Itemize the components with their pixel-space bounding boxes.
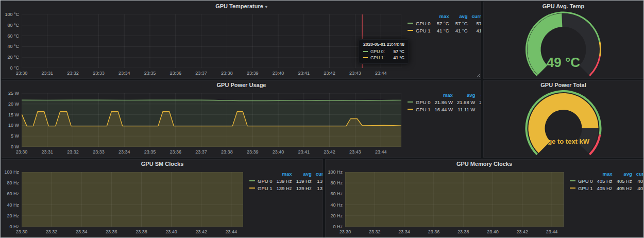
y-axis-tick-label: 20 W: [2, 101, 19, 107]
panel-title-gpu-temperature[interactable]: GPU Temperature▾: [2, 2, 481, 11]
panel-title-text: GPU Avg. Temp: [543, 3, 585, 9]
legend-header-spacer: [403, 12, 431, 20]
x-axis-tick-label: 23:44: [370, 71, 391, 76]
legend-table: maxavgcurrentGPU 0405 Hz405 Hz405 HzGPU …: [566, 170, 643, 192]
x-axis-tick-label: 23:30: [11, 149, 32, 155]
x-axis-tick-label: 23:33: [88, 149, 109, 155]
legend-header-current[interactable]: current: [632, 170, 643, 177]
series-color-swatch-icon: [363, 57, 368, 58]
legend-series-name[interactable]: GPU 0: [403, 98, 431, 106]
memory-clocks-time-series-chart[interactable]: 100 Hz80 Hz60 Hz40 Hz20 Hz0 Hz23:3023:32…: [326, 169, 566, 237]
x-axis-tick-label: 23:35: [140, 149, 160, 155]
y-axis-tick-label: 80 Hz: [2, 180, 19, 185]
x-axis-tick-label: 23:37: [191, 149, 212, 155]
legend-value: 57 °C: [431, 20, 449, 27]
panel-gpu-temperature: GPU Temperature▾ 100 °C80 °C60 °C40 °C20…: [2, 2, 481, 79]
legend-header-avg[interactable]: avg: [292, 170, 312, 177]
y-axis-tick-label: 10 W: [2, 123, 19, 128]
legend-series-name[interactable]: GPU 1: [245, 184, 273, 192]
y-axis-tick-label: 0 °C: [2, 65, 19, 71]
legend-value: 41 °C: [468, 27, 481, 34]
legend-series-name[interactable]: GPU 0: [245, 177, 273, 184]
panel-title-gpu-power-usage[interactable]: GPU Power Usage: [2, 81, 481, 90]
grafana-dashboard: GPU Temperature▾ 100 °C80 °C60 °C40 °C20…: [0, 0, 644, 238]
panel-title-text: GPU Power Usage: [217, 82, 266, 88]
panel-title-text: GPU Temperature: [215, 3, 263, 9]
legend-header-avg[interactable]: avg: [453, 91, 475, 98]
series-color-swatch-icon: [408, 23, 413, 24]
panel-menu-caret-icon[interactable]: ▾: [265, 5, 267, 9]
legend-header-current[interactable]: current: [475, 91, 481, 98]
panel-title-gpu-sm-clocks[interactable]: GPU SM Clocks: [2, 160, 323, 169]
legend-header-current[interactable]: current: [468, 12, 481, 20]
legend-value: 11.11 W: [453, 106, 475, 113]
legend-value: 57 °C: [468, 20, 481, 27]
y-axis-tick-label: 60 Hz: [2, 191, 19, 196]
y-axis-tick-label: 20 °C: [2, 55, 19, 60]
legend-table: maxavgcurrentGPU 057 °C57 °C57 °CGPU 141…: [403, 12, 481, 34]
power-legend: maxavgcurrentGPU 021.86 W21.68 W21.77 WG…: [403, 90, 481, 157]
legend-row: GPU 0139 Hz139 Hz139 Hz: [245, 177, 323, 184]
legend-header-max[interactable]: max: [431, 91, 453, 98]
x-axis-tick-label: 23:42: [319, 149, 340, 155]
tooltip-series-value: 41 °C: [394, 55, 404, 61]
sm-clocks-time-series-chart[interactable]: 100 Hz80 Hz60 Hz40 Hz20 Hz0 Hz23:3023:32…: [2, 169, 245, 237]
series-color-swatch-icon: [570, 180, 575, 181]
panel-title-gpu-power-total[interactable]: GPU Power Total: [484, 81, 643, 90]
legend-value: 139 Hz: [292, 177, 312, 184]
legend-series-name[interactable]: GPU 0: [403, 20, 431, 27]
legend-header-avg[interactable]: avg: [613, 170, 632, 177]
legend-header-avg[interactable]: avg: [449, 12, 468, 20]
series-color-swatch-icon: [408, 30, 413, 31]
memory-clocks-legend: maxavgcurrentGPU 0405 Hz405 Hz405 HzGPU …: [566, 169, 643, 237]
legend-series-name[interactable]: GPU 1: [403, 27, 431, 34]
panel-title-text: GPU SM Clocks: [141, 161, 184, 167]
x-axis-tick-label: 23:37: [191, 71, 212, 76]
y-axis-tick-label: 0 Hz: [2, 224, 19, 229]
x-axis-tick-label: 23:36: [101, 229, 122, 234]
panel-gpu-avg-temp: GPU Avg. Temp 49 °C: [483, 2, 643, 79]
temperature-time-series-chart[interactable]: 100 °C80 °C60 °C40 °C20 °C0 °C23:3023:31…: [2, 11, 403, 78]
tooltip-series-name: GPU 1:: [370, 55, 385, 61]
y-axis-tick-label: 40 Hz: [2, 202, 19, 208]
y-axis-tick-label: 5 W: [2, 133, 19, 139]
legend-series-name[interactable]: GPU 1: [403, 106, 431, 113]
plot-area: [345, 172, 564, 227]
legend-value: 405 Hz: [593, 184, 613, 192]
legend-header-current[interactable]: current: [312, 170, 323, 177]
legend-value: 405 Hz: [613, 177, 632, 184]
x-axis-tick-label: 23:35: [140, 71, 160, 76]
panel-title-gpu-avg-temp[interactable]: GPU Avg. Temp: [484, 2, 643, 11]
y-axis-tick-label: 15 W: [2, 112, 19, 117]
legend-value: 405 Hz: [613, 184, 632, 192]
legend-header-spacer: [403, 91, 431, 98]
x-axis-tick-label: 23:32: [63, 71, 83, 76]
panel-title-gpu-memory-clocks[interactable]: GPU Memory Clocks: [326, 160, 643, 169]
x-axis-tick-label: 23:34: [394, 229, 415, 234]
series-color-swatch-icon: [363, 51, 368, 52]
legend-header-max[interactable]: max: [593, 170, 613, 177]
x-axis-tick-label: 23:44: [221, 229, 242, 234]
x-axis-tick-label: 23:42: [191, 229, 212, 234]
x-axis-tick-label: 23:33: [88, 71, 109, 76]
x-axis-tick-label: 23:34: [71, 229, 92, 234]
x-axis-tick-label: 23:41: [294, 149, 314, 155]
legend-series-name[interactable]: GPU 1: [566, 184, 593, 192]
y-axis-tick-label: 40 °C: [2, 44, 19, 49]
x-axis-tick-label: 23:32: [364, 229, 385, 234]
power-time-series-chart[interactable]: 25 W20 W15 W10 W5 W0 W23:3023:3123:3223:…: [2, 90, 403, 157]
x-axis-tick-label: 23:40: [268, 149, 289, 155]
legend-series-name[interactable]: GPU 0: [566, 177, 593, 184]
legend-row: GPU 1405 Hz405 Hz405 Hz: [566, 184, 643, 192]
legend-header-max[interactable]: max: [431, 12, 449, 20]
legend-value: 139 Hz: [273, 177, 292, 184]
x-axis-tick-label: 23:32: [41, 229, 62, 234]
x-axis-tick-label: 23:36: [165, 71, 186, 76]
y-axis-tick-label: 20 Hz: [2, 213, 19, 218]
legend-value: 21.86 W: [431, 98, 453, 106]
legend-value: 139 Hz: [273, 184, 292, 192]
legend-header-max[interactable]: max: [273, 170, 292, 177]
panel-gpu-power-usage: GPU Power Usage 25 W20 W15 W10 W5 W0 W23…: [2, 80, 481, 158]
x-axis-tick-label: 23:43: [345, 149, 365, 155]
legend-row: GPU 057 °C57 °C57 °C: [403, 20, 481, 27]
